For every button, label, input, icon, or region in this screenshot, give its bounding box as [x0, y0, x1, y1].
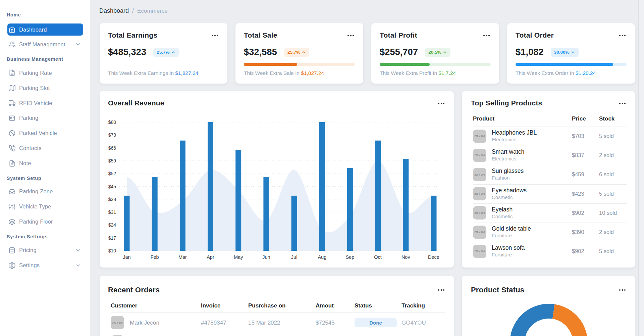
- svg-text:Jul: Jul: [291, 254, 298, 260]
- svg-text:$38: $38: [108, 197, 116, 202]
- svg-text:Mar: Mar: [178, 254, 187, 260]
- svg-text:Sep: Sep: [345, 254, 354, 260]
- svg-text:$73: $73: [108, 132, 116, 138]
- svg-text:Oct: Oct: [374, 254, 382, 260]
- svg-text:Jan: Jan: [123, 254, 130, 260]
- svg-text:$45: $45: [108, 184, 116, 189]
- svg-text:$24: $24: [108, 222, 116, 228]
- svg-text:Jun: Jun: [262, 254, 270, 260]
- svg-text:Nov: Nov: [401, 254, 411, 260]
- svg-text:May: May: [234, 254, 243, 260]
- svg-text:$59: $59: [108, 158, 116, 163]
- svg-text:$80: $80: [108, 119, 116, 125]
- svg-text:Apr: Apr: [207, 254, 214, 260]
- svg-text:$31: $31: [108, 209, 116, 215]
- svg-text:Aug: Aug: [318, 254, 326, 260]
- svg-text:$17: $17: [108, 235, 116, 241]
- svg-text:$10: $10: [108, 248, 116, 253]
- svg-text:Feb: Feb: [151, 254, 159, 260]
- svg-text:Dece: Dece: [428, 254, 439, 260]
- svg-text:$66: $66: [108, 145, 116, 151]
- svg-text:$52: $52: [108, 171, 116, 176]
